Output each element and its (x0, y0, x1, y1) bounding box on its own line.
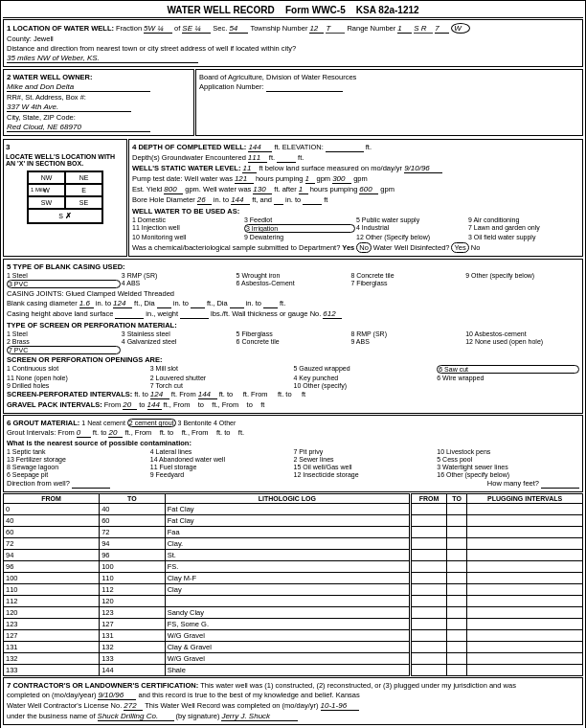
src-9: 8 Sewage lagoon (7, 464, 149, 470)
litho-cell-from: 100 (4, 573, 100, 584)
bore-to-val: 144 (231, 195, 250, 205)
litho-cell-from: 72 (4, 538, 100, 550)
table-row: 110112Clay (4, 584, 410, 596)
ft4-label: ft, and (252, 195, 272, 204)
ft5-label: ft (324, 195, 327, 204)
plug-cell (447, 642, 467, 653)
use-6: 3 Irrigation (244, 224, 355, 233)
cs-9: 7 Fiberglass (350, 280, 464, 288)
grout-intervals-label: Grout Intervals: From (7, 428, 75, 437)
ft3b (277, 153, 296, 163)
app-val (266, 82, 343, 92)
elevation-val (326, 143, 364, 152)
litho-plug-wrapper: FROM TO LITHOLOGIC LOG 040Fat Clay4060Fa… (3, 493, 583, 676)
col-log: LITHOLOGIC LOG (165, 494, 409, 504)
litho-cell-from: 60 (4, 527, 100, 538)
range-ew: W (451, 23, 470, 34)
ww-val: 130 (253, 185, 272, 194)
litho-cell-to: 132 (100, 642, 166, 653)
1mile-label: 1 Mile (31, 187, 46, 193)
litho-cell-from: 40 (4, 515, 100, 527)
plug-body (412, 504, 583, 676)
cs-1: 1 Steel (7, 272, 121, 279)
ft-dia-5b: ft., Dia (207, 299, 228, 307)
section-4-number: 4 (132, 143, 136, 151)
range-dir: S R (414, 24, 433, 34)
section-box: NW NE W 1 Mile E SW SE S ✗ (27, 171, 103, 224)
plug-cell (412, 584, 447, 596)
elevation-label: ft. ELEVATION: (274, 143, 323, 151)
plug-cell (467, 619, 583, 630)
gpm2-val: 600 (359, 185, 378, 194)
est-yield-label: Est. Yield (132, 185, 162, 193)
st-1: 1 Steel (7, 330, 121, 337)
table-row (412, 596, 583, 607)
depth-val: 144 (248, 143, 272, 152)
op-1: 1 Continuous slot (7, 365, 149, 374)
se-cell: SE (65, 196, 102, 209)
plug-cell (467, 630, 583, 642)
business-val: Shuck Drilling Co. (98, 712, 174, 721)
plug-cell (447, 538, 467, 550)
form-number: Form WWC-5 (285, 5, 346, 15)
cs-2: 3 RMP (SR) (122, 272, 236, 279)
plug-cell (467, 515, 583, 527)
section-7-number: 7 (7, 681, 11, 690)
sec-val: 54 (229, 24, 248, 34)
openings-label: SCREEN OR PERFORATION OPENINGS ARE: (7, 355, 163, 364)
section-5-title: TYPE OF BLANK CASING USED: (12, 262, 124, 271)
plug-cell (412, 504, 447, 515)
table-row (412, 550, 583, 561)
use-8: 7 Lawn and garden only (468, 224, 579, 233)
in-weight-label: in., weight (146, 309, 178, 318)
st-11: 7 PVC (7, 346, 121, 354)
in-to2: in. to (285, 195, 301, 204)
section-3-number: 3 (6, 143, 10, 151)
src-13: 6 Seepage pit (7, 471, 149, 478)
section-2-3-wrapper: 2 WATER WELL OWNER: Mike and Don Delta R… (3, 68, 583, 137)
litho-cell-log: FS, Some G. (165, 619, 409, 630)
rr-val: 337 W 4th Ave. (7, 102, 131, 112)
table-row (412, 561, 583, 573)
screen-label: TYPE OF SCREEN OR PERFORATION MATERIAL: (7, 321, 177, 330)
table-row (412, 607, 583, 619)
section-4-title: DEPTH OF COMPLETED WELL: (138, 143, 246, 151)
table-row (412, 665, 583, 676)
op-7: 4 Key punched (294, 375, 437, 381)
gp-to-label: to (139, 400, 145, 409)
op-8: 6 Wire wrapped (437, 375, 579, 381)
date-val: 9/10/96 (404, 164, 442, 173)
plug-cell (467, 550, 583, 561)
table-row: 131132Clay & Gravel (4, 642, 410, 653)
plug-cell (412, 550, 447, 561)
yield-val: 800 (164, 185, 183, 194)
in2-val (274, 195, 283, 205)
si-from-label: ft. to (134, 390, 148, 398)
disinfected-label: Water Well Disinfected? (373, 243, 450, 252)
screen-types-grid: 1 Steel 3 Stainless steel 5 Fiberglass 8… (7, 330, 579, 354)
depth-gw-val: 111 (248, 153, 267, 163)
no-label: No (356, 242, 372, 253)
page-title: WATER WELL RECORD Form WWC-5 KSA 82a-121… (79, 5, 507, 15)
direction-label: Direction from well? (7, 479, 70, 488)
litho-cell-to: 72 (100, 527, 166, 538)
license-label: Water Well Contractor's License No. (7, 701, 122, 710)
table-row (412, 538, 583, 550)
plug-cell (412, 630, 447, 642)
title-text: WATER WELL RECORD (167, 5, 274, 15)
src-7: 2 Sewer lines (294, 456, 437, 463)
src-4: 10 Livestock pens (437, 448, 579, 455)
plug-cell (467, 573, 583, 584)
fraction-label: Fraction (116, 24, 142, 33)
st-2: 3 Stainless steel (122, 330, 236, 337)
yes-label: Yes (342, 243, 354, 252)
city-label: City, State, ZIP Code: (7, 113, 76, 122)
township-val: 12 (309, 24, 324, 34)
table-row: 9496St. (4, 550, 410, 561)
st-6: 2 Brass (7, 338, 121, 345)
township-dir: T (326, 24, 345, 34)
static-label: WELL'S STATIC WATER LEVEL: (132, 164, 240, 172)
cs-3: 5 Wrought iron (237, 272, 350, 279)
dis-no: No (471, 243, 481, 252)
litho-cell-log: W/G Gravel (165, 630, 409, 642)
